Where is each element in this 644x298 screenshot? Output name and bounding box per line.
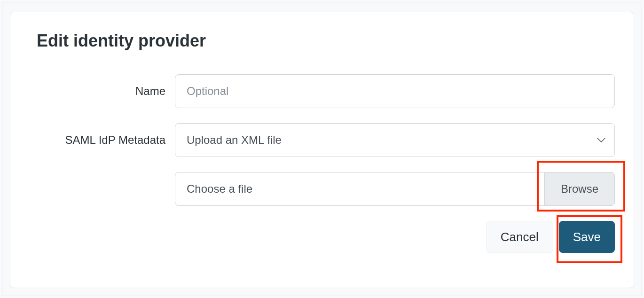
- metadata-select-wrap: Upload an XML file: [175, 123, 615, 157]
- file-placeholder: Choose a file: [187, 182, 252, 196]
- cancel-button[interactable]: Cancel: [486, 221, 553, 253]
- name-row: Name: [29, 74, 615, 108]
- file-group: Choose a file Browse: [175, 172, 615, 206]
- file-spacer: [29, 172, 175, 206]
- name-label: Name: [29, 85, 175, 98]
- metadata-label: SAML IdP Metadata: [29, 133, 175, 147]
- cancel-label: Cancel: [501, 230, 539, 244]
- metadata-control-wrap: Upload an XML file: [175, 123, 615, 157]
- actions-wrap: Cancel Save: [29, 221, 615, 253]
- page-container: Edit identity provider Name SAML IdP Met…: [2, 2, 642, 296]
- file-input[interactable]: Choose a file: [175, 172, 544, 206]
- metadata-row: SAML IdP Metadata Upload an XML file: [29, 123, 615, 157]
- save-label: Save: [573, 230, 601, 244]
- save-button[interactable]: Save: [559, 221, 615, 253]
- browse-label: Browse: [561, 182, 598, 196]
- page-title: Edit identity provider: [37, 31, 615, 51]
- browse-button[interactable]: Browse: [544, 172, 615, 206]
- actions: Cancel Save: [29, 221, 615, 253]
- edit-identity-provider-card: Edit identity provider Name SAML IdP Met…: [10, 12, 634, 288]
- name-control-wrap: [175, 74, 615, 108]
- metadata-select[interactable]: Upload an XML file: [175, 123, 615, 157]
- file-row: Choose a file Browse: [29, 172, 615, 206]
- metadata-selected-value: Upload an XML file: [187, 133, 282, 147]
- name-input[interactable]: [175, 74, 615, 108]
